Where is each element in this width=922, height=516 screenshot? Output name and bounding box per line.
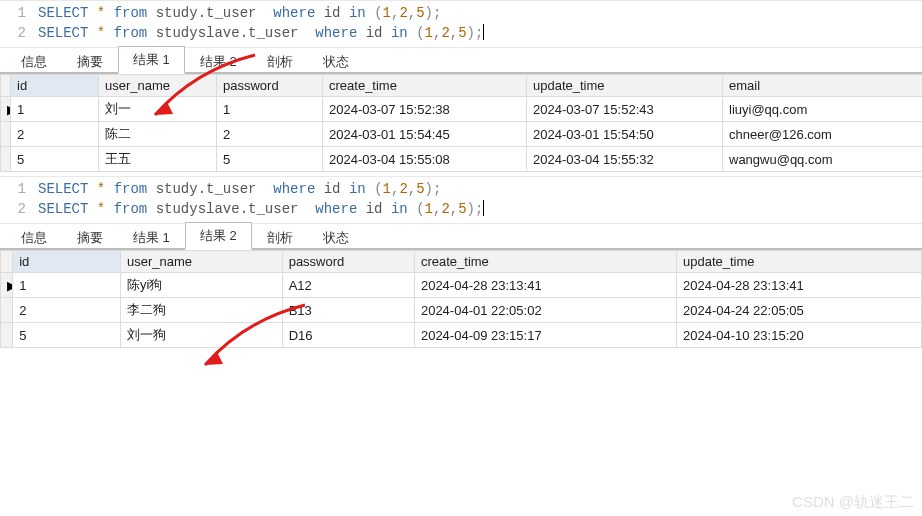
cell-id[interactable]: 1 xyxy=(13,273,121,298)
row-marker-icon xyxy=(1,147,11,172)
line-number: 1 xyxy=(0,3,38,23)
cell-user_name[interactable]: 王五 xyxy=(99,147,217,172)
watermark: CSDN @轨迷王二 xyxy=(792,493,914,512)
panel-top: 1SELECT * from study.t_user where id in … xyxy=(0,0,922,172)
tab-result2[interactable]: 结果 2 xyxy=(185,222,252,250)
cell-password[interactable]: A12 xyxy=(282,273,414,298)
cell-email[interactable]: liuyi@qq.com xyxy=(723,97,923,122)
col-header-password[interactable]: password xyxy=(282,251,414,273)
line-number: 2 xyxy=(0,199,38,219)
cell-id[interactable]: 5 xyxy=(13,323,121,348)
cell-id[interactable]: 2 xyxy=(11,122,99,147)
cell-create_time[interactable]: 2024-04-09 23:15:17 xyxy=(414,323,676,348)
table-row[interactable]: ▶1陈yi狗A122024-04-28 23:13:412024-04-28 2… xyxy=(1,273,922,298)
cell-password[interactable]: 5 xyxy=(217,147,323,172)
sql-editor-2[interactable]: 1SELECT * from study.t_user where id in … xyxy=(0,176,922,224)
text-cursor xyxy=(483,200,484,216)
cell-update_time[interactable]: 2024-03-04 15:55:32 xyxy=(527,147,723,172)
row-marker-icon xyxy=(1,323,13,348)
code[interactable]: SELECT * from studyslave.t_user where id… xyxy=(38,199,484,219)
cell-password[interactable]: 2 xyxy=(217,122,323,147)
cell-id[interactable]: 1 xyxy=(11,97,99,122)
cell-update_time[interactable]: 2024-03-07 15:52:43 xyxy=(527,97,723,122)
cell-update_time[interactable]: 2024-04-28 23:13:41 xyxy=(677,273,922,298)
col-header-user_name[interactable]: user_name xyxy=(121,251,283,273)
row-marker-icon xyxy=(1,298,13,323)
row-marker-icon: ▶ xyxy=(1,97,11,122)
cell-user_name[interactable]: 李二狗 xyxy=(121,298,283,323)
tab-result1[interactable]: 结果 1 xyxy=(118,46,185,74)
col-header-update_time[interactable]: update_time xyxy=(677,251,922,273)
tab-info[interactable]: 信息 xyxy=(6,224,62,250)
col-header-id[interactable]: id xyxy=(13,251,121,273)
cell-update_time[interactable]: 2024-04-24 22:05:05 xyxy=(677,298,922,323)
cell-user_name[interactable]: 刘一 xyxy=(99,97,217,122)
col-header-update_time[interactable]: update_time xyxy=(527,75,723,97)
cell-update_time[interactable]: 2024-03-01 15:54:50 xyxy=(527,122,723,147)
cell-password[interactable]: 1 xyxy=(217,97,323,122)
cell-user_name[interactable]: 陈yi狗 xyxy=(121,273,283,298)
tab-result2[interactable]: 结果 2 xyxy=(185,48,252,74)
row-marker-icon: ▶ xyxy=(1,273,13,298)
result-grid-1[interactable]: id user_name password create_time update… xyxy=(0,74,922,172)
code[interactable]: SELECT * from study.t_user where id in (… xyxy=(38,179,441,199)
sql-line[interactable]: 1SELECT * from study.t_user where id in … xyxy=(0,3,922,23)
cell-user_name[interactable]: 陈二 xyxy=(99,122,217,147)
svg-marker-1 xyxy=(205,352,223,365)
tab-summary[interactable]: 摘要 xyxy=(62,48,118,74)
code[interactable]: SELECT * from studyslave.t_user where id… xyxy=(38,23,484,43)
grid-corner xyxy=(1,75,11,97)
sql-line[interactable]: 2SELECT * from studyslave.t_user where i… xyxy=(0,199,922,219)
col-header-id[interactable]: id xyxy=(11,75,99,97)
cell-user_name[interactable]: 刘一狗 xyxy=(121,323,283,348)
sql-line[interactable]: 2SELECT * from studyslave.t_user where i… xyxy=(0,23,922,43)
col-header-user_name[interactable]: user_name xyxy=(99,75,217,97)
tab-summary[interactable]: 摘要 xyxy=(62,224,118,250)
cell-email[interactable]: chneer@126.com xyxy=(723,122,923,147)
table-row[interactable]: 5王五52024-03-04 15:55:082024-03-04 15:55:… xyxy=(1,147,923,172)
tab-profile[interactable]: 剖析 xyxy=(252,224,308,250)
cell-create_time[interactable]: 2024-03-01 15:54:45 xyxy=(323,122,527,147)
tabbar-1: 信息 摘要 结果 1 结果 2 剖析 状态 xyxy=(0,48,922,74)
cell-password[interactable]: D16 xyxy=(282,323,414,348)
tab-profile[interactable]: 剖析 xyxy=(252,48,308,74)
line-number: 1 xyxy=(0,179,38,199)
cell-id[interactable]: 2 xyxy=(13,298,121,323)
tab-result1[interactable]: 结果 1 xyxy=(118,224,185,250)
sql-line[interactable]: 1SELECT * from study.t_user where id in … xyxy=(0,179,922,199)
sql-editor-1[interactable]: 1SELECT * from study.t_user where id in … xyxy=(0,0,922,48)
cell-id[interactable]: 5 xyxy=(11,147,99,172)
col-header-password[interactable]: password xyxy=(217,75,323,97)
grid-corner xyxy=(1,251,13,273)
line-number: 2 xyxy=(0,23,38,43)
tabbar-2: 信息 摘要 结果 1 结果 2 剖析 状态 xyxy=(0,224,922,250)
cell-create_time[interactable]: 2024-03-07 15:52:38 xyxy=(323,97,527,122)
cell-create_time[interactable]: 2024-03-04 15:55:08 xyxy=(323,147,527,172)
tab-info[interactable]: 信息 xyxy=(6,48,62,74)
tab-status[interactable]: 状态 xyxy=(308,224,364,250)
row-marker-icon xyxy=(1,122,11,147)
cell-create_time[interactable]: 2024-04-01 22:05:02 xyxy=(414,298,676,323)
cell-email[interactable]: wangwu@qq.com xyxy=(723,147,923,172)
col-header-create_time[interactable]: create_time xyxy=(414,251,676,273)
code[interactable]: SELECT * from study.t_user where id in (… xyxy=(38,3,441,23)
table-row[interactable]: 2陈二22024-03-01 15:54:452024-03-01 15:54:… xyxy=(1,122,923,147)
cell-password[interactable]: B13 xyxy=(282,298,414,323)
table-row[interactable]: 2李二狗B132024-04-01 22:05:022024-04-24 22:… xyxy=(1,298,922,323)
tab-status[interactable]: 状态 xyxy=(308,48,364,74)
cell-update_time[interactable]: 2024-04-10 23:15:20 xyxy=(677,323,922,348)
table-row[interactable]: ▶1刘一12024-03-07 15:52:382024-03-07 15:52… xyxy=(1,97,923,122)
text-cursor xyxy=(483,24,484,40)
panel-bottom: 1SELECT * from study.t_user where id in … xyxy=(0,176,922,348)
table-row[interactable]: 5刘一狗D162024-04-09 23:15:172024-04-10 23:… xyxy=(1,323,922,348)
col-header-create_time[interactable]: create_time xyxy=(323,75,527,97)
result-grid-2[interactable]: id user_name password create_time update… xyxy=(0,250,922,348)
col-header-email[interactable]: email xyxy=(723,75,923,97)
cell-create_time[interactable]: 2024-04-28 23:13:41 xyxy=(414,273,676,298)
